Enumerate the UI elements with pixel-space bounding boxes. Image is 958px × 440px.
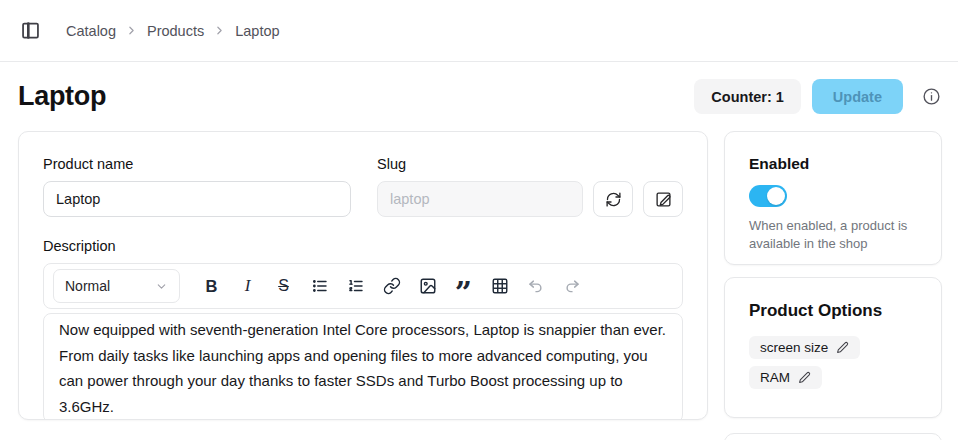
bullet-list-icon xyxy=(311,277,329,295)
regenerate-slug-button[interactable] xyxy=(593,181,633,217)
edit-slug-button[interactable] xyxy=(643,181,683,217)
breadcrumb-products[interactable]: Products xyxy=(147,23,204,39)
enabled-title: Enabled xyxy=(749,155,917,173)
paragraph-format-dropdown[interactable]: Normal xyxy=(53,269,180,303)
option-tag-screen-size[interactable]: screen size xyxy=(749,336,860,359)
product-name-label: Product name xyxy=(43,156,351,172)
table-icon xyxy=(491,277,509,295)
breadcrumb-current: Laptop xyxy=(235,23,279,39)
page-header: Laptop Counter: 1 Update xyxy=(0,62,958,131)
tag-label: RAM xyxy=(760,370,790,385)
pencil-icon[interactable] xyxy=(836,341,849,354)
product-options-tags: screen size RAM xyxy=(749,336,917,389)
update-button[interactable]: Update xyxy=(812,79,903,114)
image-icon xyxy=(419,277,437,295)
product-options-title: Product Options xyxy=(749,301,917,321)
image-button[interactable] xyxy=(410,269,445,303)
product-form-card: Product name Slug xyxy=(18,131,708,420)
description-label: Description xyxy=(43,238,683,254)
product-edit-page: { "topbar": { "breadcrumb": ["Catalog", … xyxy=(0,0,958,440)
redo-icon xyxy=(563,277,581,295)
product-name-input[interactable] xyxy=(43,181,351,217)
format-value: Normal xyxy=(65,278,110,294)
pencil-icon[interactable] xyxy=(798,371,811,384)
topbar: Catalog Products Laptop xyxy=(0,0,958,62)
ordered-list-button[interactable] xyxy=(338,269,373,303)
option-tag-ram[interactable]: RAM xyxy=(749,366,822,389)
tag-label: screen size xyxy=(760,340,828,355)
refresh-icon xyxy=(605,191,622,208)
chevron-right-icon xyxy=(213,24,226,37)
product-options-card: Product Options screen size RAM xyxy=(724,277,942,418)
redo-button[interactable] xyxy=(554,269,589,303)
header-actions: Counter: 1 Update xyxy=(694,79,942,114)
slug-input[interactable] xyxy=(377,181,583,217)
bold-button[interactable]: B xyxy=(194,269,229,303)
undo-icon xyxy=(527,277,545,295)
ordered-list-icon xyxy=(347,277,365,295)
slug-label: Slug xyxy=(377,156,683,172)
strikethrough-button[interactable]: S xyxy=(266,269,301,303)
counter-button[interactable]: Counter: 1 xyxy=(694,79,801,114)
next-card-partial xyxy=(724,433,942,440)
panel-left-icon xyxy=(20,20,41,41)
table-button[interactable] xyxy=(482,269,517,303)
page-title: Laptop xyxy=(18,81,694,112)
enabled-toggle[interactable] xyxy=(749,185,787,207)
enabled-help-text: When enabled, a product is available in … xyxy=(749,217,917,254)
info-icon xyxy=(922,87,941,106)
info-button[interactable] xyxy=(920,86,942,108)
blockquote-button[interactable]: ” xyxy=(446,269,481,303)
italic-button[interactable]: I xyxy=(230,269,265,303)
toggle-knob xyxy=(767,187,785,205)
description-text: Now equipped with seventh-generation Int… xyxy=(59,317,667,419)
chevron-right-icon xyxy=(125,24,138,37)
undo-button[interactable] xyxy=(518,269,553,303)
edit-pencil-square-icon xyxy=(655,191,672,208)
link-icon xyxy=(383,277,401,295)
bullet-list-button[interactable] xyxy=(302,269,337,303)
enabled-card: Enabled When enabled, a product is avail… xyxy=(724,131,942,265)
editor-toolbar: Normal B I S xyxy=(43,263,683,309)
chevron-down-icon xyxy=(155,280,168,293)
link-button[interactable] xyxy=(374,269,409,303)
breadcrumb: Catalog Products Laptop xyxy=(66,23,280,39)
sidebar-toggle-button[interactable] xyxy=(18,19,42,43)
breadcrumb-catalog[interactable]: Catalog xyxy=(66,23,116,39)
description-editor[interactable]: Now equipped with seventh-generation Int… xyxy=(43,313,683,420)
